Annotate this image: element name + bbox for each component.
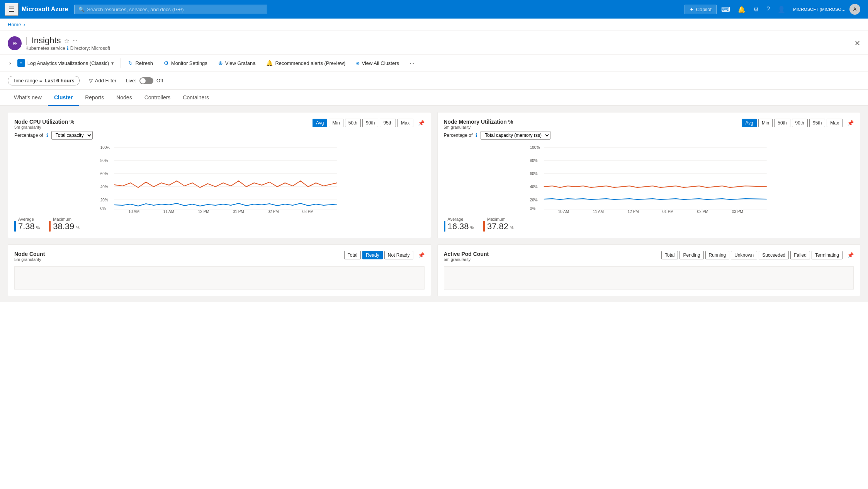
tab-whats-new[interactable]: What's new xyxy=(8,90,48,106)
mem-max-label: Maximum xyxy=(487,217,513,221)
cpu-info-icon: ℹ xyxy=(46,133,48,138)
mem-btn-90th[interactable]: 90th xyxy=(792,119,808,127)
copilot-icon: ✦ xyxy=(690,7,694,12)
page-header-actions: ✕ xyxy=(854,39,860,48)
memory-chart-title: Node Memory Utilization % xyxy=(444,119,513,125)
node-btn-ready[interactable]: Ready xyxy=(362,251,383,259)
tab-reports[interactable]: Reports xyxy=(79,90,110,106)
svg-text:12 PM: 12 PM xyxy=(198,210,209,214)
add-filter-button[interactable]: ▽ Add Filter xyxy=(84,76,121,85)
pod-btn-terminating[interactable]: Terminating xyxy=(812,251,843,259)
toolbar-expand-button[interactable]: › xyxy=(8,58,13,68)
service-dropdown[interactable]: ≡ Log Analytics visualizations (Classic)… xyxy=(14,58,117,68)
charts-area: Node CPU Utilization % 5m granularity Av… xyxy=(0,106,868,302)
mem-avg-legend: Average 16.38 % xyxy=(444,217,474,232)
notifications-button[interactable]: 🔔 xyxy=(735,3,749,15)
cpu-percentage-label: Percentage of xyxy=(14,133,43,138)
pod-btn-total[interactable]: Total xyxy=(661,251,678,259)
cpu-max-legend: Maximum 38.39 % xyxy=(49,217,79,232)
pod-btn-failed[interactable]: Failed xyxy=(790,251,810,259)
clusters-icon: ⎈ xyxy=(356,60,359,66)
memory-chart-subtitle: 5m granularity xyxy=(444,125,513,129)
pod-count-title: Active Pod Count xyxy=(444,251,489,257)
memory-pin-icon[interactable]: 📌 xyxy=(847,120,854,126)
time-range-filter[interactable]: Time range = Last 6 hours xyxy=(8,76,80,85)
pod-btn-running[interactable]: Running xyxy=(705,251,730,259)
favorite-button[interactable]: ☆ xyxy=(64,37,70,44)
pod-count-header: Active Pod Count 5m granularity Total Pe… xyxy=(444,251,854,262)
toolbar-separator-1 xyxy=(120,58,121,68)
feedback-button[interactable]: 👤 xyxy=(775,3,788,15)
cpu-btn-90th[interactable]: 90th xyxy=(362,119,378,127)
cpu-chart-controls: Avg Min 50th 90th 95th Max 📌 xyxy=(313,119,425,127)
view-all-clusters-button[interactable]: ⎈ View All Clusters xyxy=(352,58,404,68)
cpu-max-bar xyxy=(49,221,51,232)
mem-btn-avg[interactable]: Avg xyxy=(742,119,756,127)
alert-icon: 🔔 xyxy=(266,60,273,66)
svg-text:11 AM: 11 AM xyxy=(593,210,603,214)
user-avatar: A xyxy=(849,4,860,15)
hamburger-button[interactable]: ☰ xyxy=(5,3,19,16)
cpu-capacity-select[interactable]: Total capacity xyxy=(51,131,93,140)
more-options-button[interactable]: ··· xyxy=(73,37,78,44)
breadcrumb-home[interactable]: Home xyxy=(8,22,21,27)
memory-chart-header: Node Memory Utilization % 5m granularity… xyxy=(444,119,854,129)
recommended-alerts-button[interactable]: 🔔 Recommended alerts (Preview) xyxy=(262,58,350,68)
svg-text:80%: 80% xyxy=(100,158,108,163)
pod-btn-unknown[interactable]: Unknown xyxy=(731,251,757,259)
cpu-btn-50th[interactable]: 50th xyxy=(345,119,361,127)
svg-text:80%: 80% xyxy=(530,158,537,163)
live-toggle[interactable] xyxy=(139,77,153,84)
memory-chart-card: Node Memory Utilization % 5m granularity… xyxy=(437,112,861,238)
toolbar-more-button[interactable]: ··· xyxy=(405,58,419,68)
svg-text:0%: 0% xyxy=(100,206,106,211)
cpu-btn-max[interactable]: Max xyxy=(397,119,413,127)
monitor-settings-button[interactable]: ⚙ Monitor Settings xyxy=(159,58,212,68)
copilot-button[interactable]: ✦ Copilot xyxy=(685,5,717,14)
svg-text:02 PM: 02 PM xyxy=(697,210,708,214)
cpu-chart-card: Node CPU Utilization % 5m granularity Av… xyxy=(8,112,431,238)
svg-text:100%: 100% xyxy=(100,145,110,150)
help-button[interactable]: ? xyxy=(763,3,773,15)
tab-nodes[interactable]: Nodes xyxy=(110,90,138,106)
tab-cluster[interactable]: Cluster xyxy=(48,90,79,106)
cpu-pin-icon[interactable]: 📌 xyxy=(418,120,425,126)
cpu-btn-avg[interactable]: Avg xyxy=(313,119,327,127)
pod-btn-pending[interactable]: Pending xyxy=(679,251,703,259)
settings-button[interactable]: ⚙ xyxy=(750,3,762,15)
service-icon: ⎈ xyxy=(8,36,22,50)
user-account[interactable]: MICROSOFT (MICROSOFT.ONMI... A xyxy=(790,2,863,16)
mem-max-legend: Maximum 37.82 % xyxy=(483,217,513,232)
cpu-btn-95th[interactable]: 95th xyxy=(380,119,396,127)
svg-text:60%: 60% xyxy=(530,172,537,176)
refresh-button[interactable]: ↻ Refresh xyxy=(124,58,158,68)
page-subtitle: Kubernetes service ℹ Directory: Microsof… xyxy=(25,46,110,51)
filter-icon: ▽ xyxy=(89,78,93,83)
tab-containers[interactable]: Containers xyxy=(177,90,215,106)
cpu-btn-min[interactable]: Min xyxy=(329,119,343,127)
terminal-button[interactable]: ⌨ xyxy=(718,3,733,15)
mem-avg-label: Average xyxy=(448,217,474,221)
mem-btn-95th[interactable]: 95th xyxy=(809,119,825,127)
node-btn-total[interactable]: Total xyxy=(344,251,361,259)
memory-chart-svg: 100% 80% 60% 40% 20% 0% xyxy=(444,144,854,214)
mem-btn-max[interactable]: Max xyxy=(827,119,843,127)
breadcrumb: Home › xyxy=(0,19,868,31)
mem-btn-50th[interactable]: 50th xyxy=(774,119,790,127)
mem-btn-min[interactable]: Min xyxy=(758,119,773,127)
cpu-avg-bar xyxy=(14,221,16,232)
azure-logo: Microsoft Azure xyxy=(22,6,68,13)
top-nav: ☰ Microsoft Azure 🔍 ✦ Copilot ⌨ 🔔 ⚙ ? 👤 … xyxy=(0,0,868,19)
chevron-down-icon: ▾ xyxy=(111,60,114,66)
pod-btn-succeeded[interactable]: Succeeded xyxy=(759,251,789,259)
search-input[interactable] xyxy=(87,7,263,12)
close-button[interactable]: ✕ xyxy=(854,39,860,48)
view-grafana-button[interactable]: ⊕ View Grafana xyxy=(214,58,260,68)
search-bar[interactable]: 🔍 xyxy=(74,5,267,14)
memory-capacity-select[interactable]: Total capacity (memory rss) xyxy=(481,131,550,140)
node-btn-not-ready[interactable]: Not Ready xyxy=(384,251,413,259)
pod-pin-icon[interactable]: 📌 xyxy=(847,252,854,258)
tab-controllers[interactable]: Controllers xyxy=(138,90,177,106)
node-pin-icon[interactable]: 📌 xyxy=(418,252,425,258)
memory-chart-title-group: Node Memory Utilization % 5m granularity xyxy=(444,119,513,129)
